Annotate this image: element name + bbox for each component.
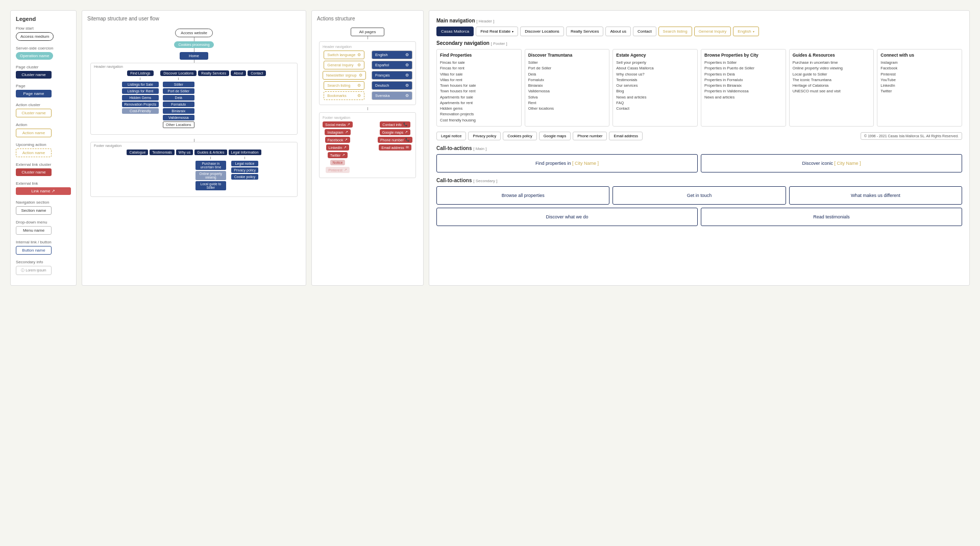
listings-rent-node: Listings for Rent	[122, 88, 159, 94]
footer-nav-row: Catalogue Testimonials Why us Guides & A…	[95, 150, 293, 190]
discover-children: Söller Port de Söller Deià Fornalutx Bin…	[163, 82, 194, 128]
legend-server-side: Server-side coercion Operation name	[16, 46, 71, 60]
cookies-node: Cookies processing	[174, 41, 213, 48]
header-nav-box: Header navigation Find Listings Listings…	[90, 63, 298, 135]
svenska-action: Svenska ⚙	[372, 91, 412, 100]
legend-flow-start: Flow start Access medium	[16, 26, 71, 41]
english-btn[interactable]: English ▾	[733, 27, 758, 36]
find-listings-col: Find Listings Listings for Sale Listings…	[122, 70, 159, 114]
legend-page-cluster: Page cluster Cluster name	[16, 65, 71, 79]
home-node: Home	[180, 52, 208, 60]
cta-get-in-touch-btn[interactable]: Get in touch	[612, 186, 786, 205]
footer-col-estate: Estate Agency Sell your property About C…	[612, 49, 698, 127]
footer-actions-row: Social media ↗ Instagram ↗ Facebook ↗	[323, 121, 412, 173]
discover-locations-btn[interactable]: Discover Locations	[520, 27, 564, 36]
instagram-node: Instagram ↗	[325, 129, 350, 135]
actions-col: Switch language ⚙ General Inquiry ⚙ News…	[323, 51, 366, 100]
footer-col-connect: Connect with us Instagram Facebook Pinte…	[877, 49, 962, 127]
privacy-policy-btn[interactable]: Privacy policy	[468, 132, 501, 140]
cta-main-title: Call-to-actions [ Main ]	[436, 145, 962, 151]
footer-col-discover-title: Discover Tramuntana	[528, 53, 606, 58]
footer-col-guides: Guides & Resources Purchase in uncertain…	[789, 49, 874, 127]
legal-node: Legal Information	[229, 150, 261, 155]
sitemap-panel: Sitemap structure and user flow Access w…	[82, 10, 306, 286]
search-listing-action: Search listing ⚙	[324, 81, 364, 90]
google-maps-btn[interactable]: Google maps	[539, 132, 571, 140]
social-media-col: Social media ↗ Instagram ↗ Facebook ↗	[323, 121, 353, 173]
email-node: Email address ✉	[379, 144, 411, 151]
legend-ext-link: External link Link name ↗	[16, 181, 71, 195]
contact-col: Contact	[248, 70, 266, 76]
header-actions-row: Switch language ⚙ General Inquiry ⚙ News…	[323, 51, 412, 100]
footer-col-find-properties-title: Find Properties	[440, 53, 518, 58]
cookies-policy-node: Cookie policy	[231, 174, 258, 180]
cta-discover-what-btn[interactable]: Discover what we do	[436, 208, 698, 226]
renovation-node: Renovation Projects	[122, 102, 159, 107]
contact-col: Contact info 📞 Google maps ↗ Phone numbe…	[378, 121, 412, 173]
guides-node: Guides & Articles	[194, 150, 227, 155]
contact-btn[interactable]: Contact	[633, 27, 656, 36]
header-nav-label: Header navigation	[94, 65, 123, 68]
legend-secondary-info: Secondary info ⓘ Lorem ipsum	[16, 260, 71, 275]
general-inquiry-btn[interactable]: General Inquiry	[694, 27, 731, 36]
legal-notice-node: Legal notice	[231, 161, 258, 166]
cta-browse-all-btn[interactable]: Browse all properties	[436, 186, 609, 205]
legend-panel: Legend Flow start Access medium Server-s…	[10, 10, 77, 286]
footer-col-find-properties: Find Properties Fincas for sale Fincas f…	[436, 49, 522, 127]
notice-node: Notice	[330, 160, 346, 165]
legend-action: Action Action name	[16, 122, 71, 137]
footer-copyright: © 1996 - 2021 Casas Isla Mallorca SL. Al…	[861, 132, 962, 140]
about-col: About	[231, 70, 246, 76]
pinterest-node: Pinterest ↗	[326, 167, 350, 173]
linkedin-node: LinkedIn ↗	[326, 144, 349, 151]
guides-children: Purchase in uncertain time Online proper…	[195, 161, 226, 190]
legend-dropdown: Drop-down menu Menu name	[16, 220, 71, 235]
cta-read-testimonials-btn[interactable]: Read testimonials	[701, 208, 962, 226]
email-address-btn[interactable]: Email address	[609, 132, 643, 140]
bookmarks-action: Bookmarks ⚙	[324, 91, 364, 100]
cta-what-makes-btn[interactable]: What makes us different	[789, 186, 962, 205]
casas-mallorca-btn[interactable]: Casas Mallorca	[436, 27, 474, 36]
cookies-policy-btn[interactable]: Cookies policy	[503, 132, 536, 140]
testimonials-node: Testimonials	[150, 150, 175, 155]
all-pages-node: All pages	[351, 28, 385, 36]
nav-panel: Main navigation [ Header ] Casas Mallorc…	[429, 10, 970, 286]
francais-action: Français ⚙	[372, 71, 412, 80]
main-nav-buttons: Casas Mallorca Find Real Estate ▾ Discov…	[436, 27, 962, 36]
access-website-node: Access website	[175, 29, 213, 37]
legend-title: Legend	[16, 16, 71, 22]
why-us-node: Why us	[176, 150, 193, 155]
search-listing-btn[interactable]: Search listing	[658, 27, 692, 36]
cta-secondary-section: Call-to-actions [ Secondary ] Browse all…	[436, 178, 962, 226]
legal-children: Legal notice Privacy policy Cookie polic…	[231, 161, 258, 180]
footer-nav-label: Footer navigation	[94, 144, 121, 147]
why-us-col: Why us	[176, 150, 193, 155]
all-pages-row: All pages	[319, 28, 416, 36]
purchase-uncertain-node: Purchase in uncertain time	[195, 161, 226, 170]
contact-node: Contact	[248, 70, 266, 76]
find-listings-children: Listings for Sale Listings for Rent Hidd…	[122, 82, 159, 114]
catalogue-col: Catalogue	[127, 150, 148, 155]
realty-services-btn[interactable]: Realty Services	[566, 27, 604, 36]
about-us-btn[interactable]: About us	[605, 27, 631, 36]
legal-notice-btn[interactable]: Legal notice	[436, 132, 466, 140]
main-nav-row: Find Listings Listings for Sale Listings…	[95, 70, 293, 128]
phone-node: Phone number 📞	[378, 137, 412, 143]
listings-sale-node: Listings for Sale	[122, 82, 159, 87]
guides-col: Guides & Articles Purchase in uncertain …	[194, 150, 227, 190]
cta-main-section: Call-to-actions [ Main ] Find properties…	[436, 145, 962, 172]
cta-find-properties-btn[interactable]: Find properties in [ City Name ]	[436, 154, 698, 172]
legend-ext-cluster: External link cluster Cluster name	[16, 162, 71, 176]
testimonials-col: Testimonials	[150, 150, 175, 155]
find-listings-node: Find Listings	[127, 70, 153, 76]
phone-number-btn[interactable]: Phone number	[573, 132, 607, 140]
header-nav-section-label: Header navigation	[323, 45, 412, 48]
cta-discover-iconic-btn[interactable]: Discover iconic [ City Name ]	[701, 154, 962, 172]
legend-action-cluster: Action cluster Cluster name	[16, 103, 71, 117]
twitter-node: Twitter ↗	[328, 152, 348, 158]
english-chevron: ▾	[753, 30, 754, 33]
online-property-node: Online property viewing	[195, 171, 226, 180]
find-real-estate-btn[interactable]: Find Real Estate ▾	[476, 27, 518, 36]
footer-bottom-row: Legal notice Privacy policy Cookies poli…	[436, 132, 962, 140]
cta-secondary-grid-top: Browse all properties Get in touch What …	[436, 186, 962, 205]
